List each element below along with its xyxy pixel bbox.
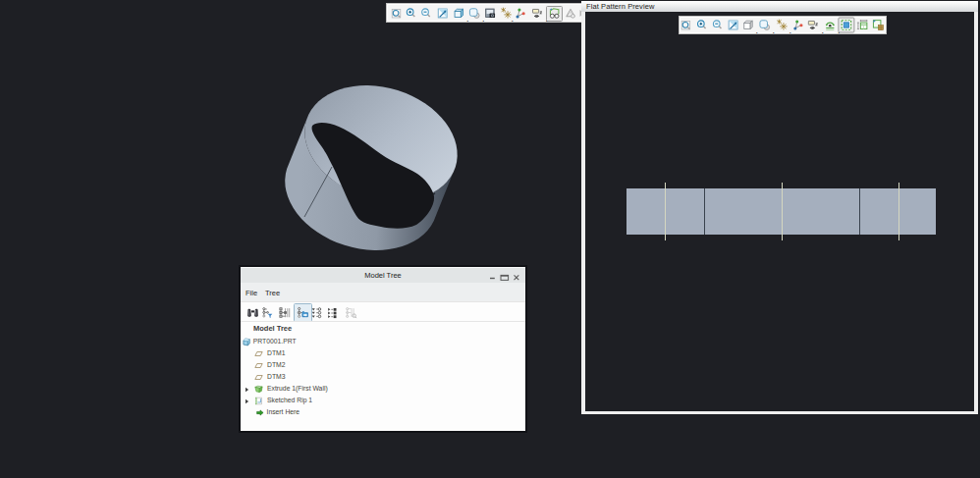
svg-text:,: , (789, 26, 792, 34)
svg-text:,: , (773, 26, 776, 34)
svg-text:,: , (822, 26, 825, 34)
svg-text:,: , (838, 26, 841, 34)
svg-text:,: , (756, 26, 759, 34)
